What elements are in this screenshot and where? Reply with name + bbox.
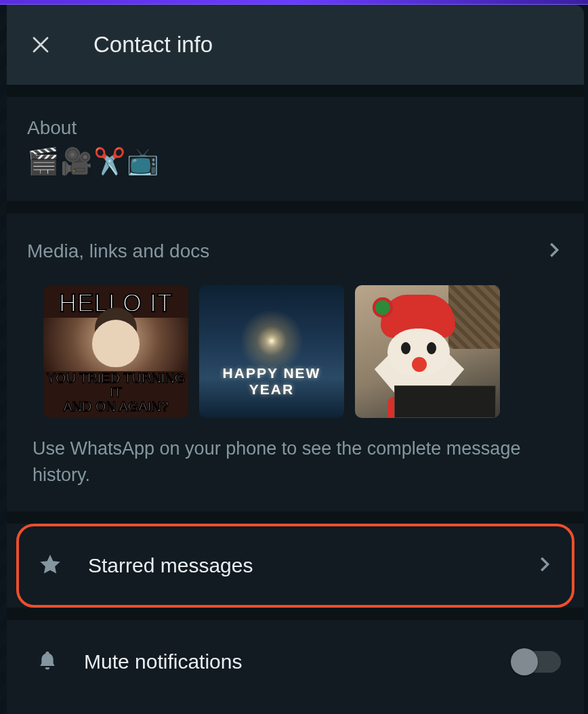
starred-label: Starred messages: [88, 554, 253, 577]
thumb1-line2: AND ON AGAIN?: [46, 400, 186, 414]
media-thumbnails: HELLO IT YOU TRIED TURNING IT AND ON AGA…: [43, 285, 564, 418]
media-label: Media, links and docs: [27, 240, 209, 262]
toggle-knob: [511, 648, 538, 675]
about-section: About 🎬🎥✂️📺: [7, 97, 584, 201]
media-history-hint: Use WhatsApp on your phone to see the co…: [27, 436, 564, 488]
section-divider: [7, 511, 584, 524]
media-thumb-3[interactable]: [355, 285, 500, 418]
panel-title: Contact info: [93, 32, 213, 58]
chevron-right-icon: [535, 555, 554, 576]
starred-messages-row[interactable]: Starred messages: [16, 524, 574, 608]
thumb1-image: [43, 318, 188, 371]
window-top-accent: [0, 0, 588, 5]
mute-notifications-row: Mute notifications: [7, 620, 584, 704]
thumb3-box: [394, 385, 496, 418]
media-thumb-2[interactable]: HAPPY NEW YEAR: [199, 285, 344, 418]
star-icon: [38, 552, 62, 579]
about-value: 🎬🎥✂️📺: [27, 148, 564, 174]
chat-background-sliver: [0, 5, 7, 714]
close-button[interactable]: [24, 28, 57, 61]
section-divider: [7, 608, 584, 620]
chevron-right-icon: [545, 240, 564, 262]
about-label: About: [27, 117, 564, 139]
thumb1-text-bottom: YOU TRIED TURNING IT AND ON AGAIN?: [43, 371, 188, 414]
thumb2-caption: HAPPY NEW YEAR: [199, 365, 344, 398]
section-divider: [7, 201, 584, 213]
mute-toggle[interactable]: [512, 651, 561, 673]
panel-header: Contact info: [7, 5, 584, 85]
thumb1-text-top: HELLO IT: [59, 289, 173, 318]
media-section: Media, links and docs HELLO IT YOU TRIED…: [7, 213, 584, 511]
close-icon: [30, 35, 51, 55]
section-divider: [7, 85, 584, 97]
media-thumb-1[interactable]: HELLO IT YOU TRIED TURNING IT AND ON AGA…: [43, 285, 188, 418]
contact-info-panel: Contact info About 🎬🎥✂️📺 Media, links an…: [7, 5, 584, 714]
bell-icon: [37, 648, 58, 675]
media-header-row[interactable]: Media, links and docs: [27, 240, 564, 262]
mute-label: Mute notifications: [84, 650, 242, 673]
thumb1-line1: YOU TRIED TURNING IT: [46, 371, 186, 400]
